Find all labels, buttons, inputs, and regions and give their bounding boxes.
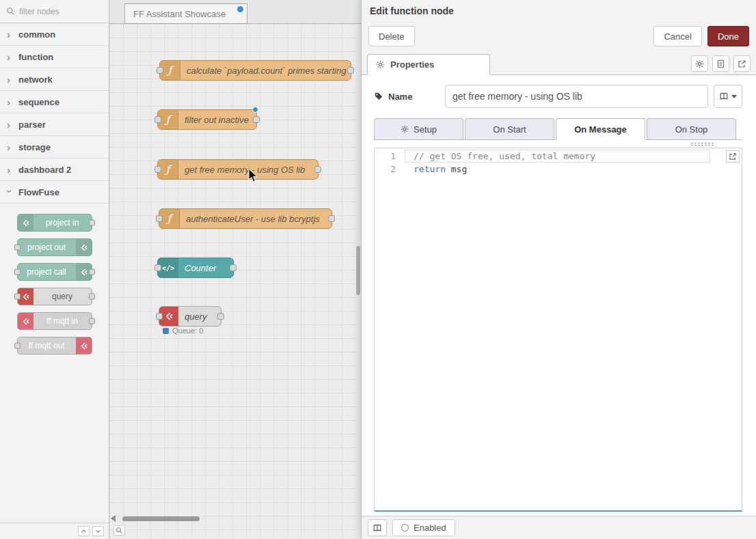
node-description-button[interactable]	[712, 55, 729, 72]
flow-node-calculate-primes[interactable]: ƒ calculate `payload.count` primes start…	[159, 60, 351, 81]
palette-node-ff-mqtt-in[interactable]: ff mqtt in	[17, 312, 92, 330]
palette-category-flowfuse[interactable]: › FlowFuse	[0, 181, 109, 204]
node-port[interactable]	[14, 245, 21, 251]
flow-tab-label: FF Assistant Showcase	[133, 9, 226, 19]
expand-icon	[738, 59, 746, 68]
palette-category-label: sequence	[18, 97, 59, 107]
palette-sidebar: › common › function › network › sequence…	[0, 0, 109, 539]
node-port[interactable]	[14, 294, 21, 300]
palette-search	[0, 0, 109, 23]
palette-node-label: ff mqtt out	[18, 337, 76, 354]
unsaved-changes-dot	[237, 6, 243, 12]
code-editor-wrap: 1 // get OS free, used, total memory 2 r…	[374, 148, 742, 512]
node-port[interactable]	[157, 67, 163, 74]
done-button[interactable]: Done	[707, 26, 749, 46]
node-port[interactable]	[253, 116, 260, 123]
tag-icon	[374, 92, 383, 101]
resize-grip[interactable]	[690, 142, 714, 146]
palette-category-label: network	[18, 74, 53, 85]
tab-properties[interactable]: Properties	[367, 54, 490, 75]
node-port[interactable]	[14, 269, 21, 275]
palette-category-label: dashboard 2	[18, 165, 71, 175]
node-port[interactable]	[14, 343, 21, 349]
node-port[interactable]	[154, 166, 161, 173]
horizontal-scrollbar[interactable]	[111, 514, 353, 523]
node-port[interactable]	[89, 318, 95, 324]
tab-on-message[interactable]: On Message	[556, 118, 645, 140]
node-port[interactable]	[328, 215, 335, 222]
palette-category-dashboard2[interactable]: › dashboard 2	[0, 158, 109, 181]
palette-footer	[0, 523, 109, 539]
palette-node-label: query	[33, 288, 92, 305]
node-help-button[interactable]	[368, 519, 387, 536]
palette-category-label: function	[18, 52, 53, 62]
name-input[interactable]	[445, 85, 708, 108]
flow-node-filter-out-inactive[interactable]: ƒ filter out inactive	[157, 109, 257, 130]
code-line: 1 // get OS free, used, total memory	[375, 150, 742, 163]
label-options-button[interactable]	[714, 85, 742, 108]
palette-category-function[interactable]: › function	[0, 46, 109, 68]
node-port[interactable]	[154, 116, 161, 123]
palette-category-parser[interactable]: › parser	[0, 113, 109, 136]
chevron-right-icon: ›	[7, 74, 12, 85]
flowfuse-logo-icon	[76, 239, 92, 255]
search-flows-button[interactable]	[113, 525, 125, 536]
node-port[interactable]	[347, 67, 354, 74]
node-port[interactable]	[156, 313, 163, 320]
flow-node-label: authenticateUser - use lib bcryptjs	[180, 209, 332, 228]
tab-label: On Message	[574, 124, 627, 135]
palette-category-storage[interactable]: › storage	[0, 136, 109, 158]
flow-tab-ff-assistant-showcase[interactable]: FF Assistant Showcase	[124, 3, 247, 24]
expand-tray-button[interactable]	[733, 55, 751, 72]
flow-node-query[interactable]: query	[159, 306, 221, 327]
node-port[interactable]	[89, 294, 95, 300]
palette-node-project-call[interactable]: project call	[17, 263, 92, 281]
flow-node-counter[interactable]: </> Counter	[157, 258, 234, 278]
flowfuse-logo-icon	[76, 337, 92, 354]
horizontal-scrollbar-thumb[interactable]	[122, 516, 200, 521]
palette-search-input[interactable]	[19, 7, 94, 16]
tray-body: Name Setup On Start On Message	[362, 75, 756, 516]
flowfuse-logo-icon	[18, 313, 33, 329]
cancel-button[interactable]: Cancel	[653, 26, 701, 46]
tab-on-start[interactable]: On Start	[465, 118, 554, 140]
palette-node-ff-mqtt-out[interactable]: ff mqtt out	[17, 337, 92, 355]
gear-icon	[376, 60, 385, 69]
edit-tray: Edit function node Delete Cancel Done Pr…	[361, 0, 756, 539]
node-port[interactable]	[217, 313, 224, 320]
expand-icon	[729, 152, 737, 161]
enabled-toggle-button[interactable]: Enabled	[392, 519, 455, 536]
delete-button[interactable]: Delete	[368, 26, 415, 46]
flow-canvas[interactable]: ƒ calculate `payload.count` primes start…	[109, 24, 355, 539]
chevron-right-icon: ›	[7, 52, 12, 62]
flow-node-get-free-memory[interactable]: ƒ get free memory - using OS lib	[157, 159, 319, 180]
palette-node-project-in[interactable]: project in	[17, 214, 92, 232]
palette-node-project-out[interactable]: project out	[17, 238, 92, 256]
vertical-scrollbar-thumb[interactable]	[356, 246, 360, 295]
palette-category-network[interactable]: › network	[0, 68, 109, 91]
tab-setup[interactable]: Setup	[374, 118, 463, 140]
palette-expand-all-button[interactable]	[92, 526, 104, 536]
palette-collapse-all-button[interactable]	[78, 526, 90, 536]
node-port[interactable]	[154, 264, 161, 271]
tab-properties-label: Properties	[390, 59, 434, 70]
gear-icon	[695, 59, 704, 68]
tab-label: On Stop	[675, 124, 708, 135]
editor-fullscreen-button[interactable]	[726, 150, 740, 163]
tab-on-stop[interactable]: On Stop	[647, 118, 736, 140]
node-settings-button[interactable]	[691, 55, 708, 72]
node-status: Queue: 0	[163, 327, 203, 335]
chevron-right-icon: ›	[7, 97, 12, 107]
flow-node-authenticate-user[interactable]: ƒ authenticateUser - use lib bcryptjs	[159, 208, 332, 229]
node-port[interactable]	[314, 166, 321, 173]
palette-category-common[interactable]: › common	[0, 23, 109, 46]
node-port[interactable]	[156, 215, 163, 222]
palette-node-query[interactable]: query	[17, 288, 92, 305]
node-port[interactable]	[89, 269, 95, 275]
palette-category-sequence[interactable]: › sequence	[0, 91, 109, 113]
node-port[interactable]	[89, 220, 95, 226]
vertical-scrollbar[interactable]	[355, 24, 361, 539]
code-editor[interactable]: 1 // get OS free, used, total memory 2 r…	[374, 148, 742, 512]
scroll-left-arrow-icon[interactable]	[111, 515, 116, 522]
node-port[interactable]	[230, 264, 237, 271]
